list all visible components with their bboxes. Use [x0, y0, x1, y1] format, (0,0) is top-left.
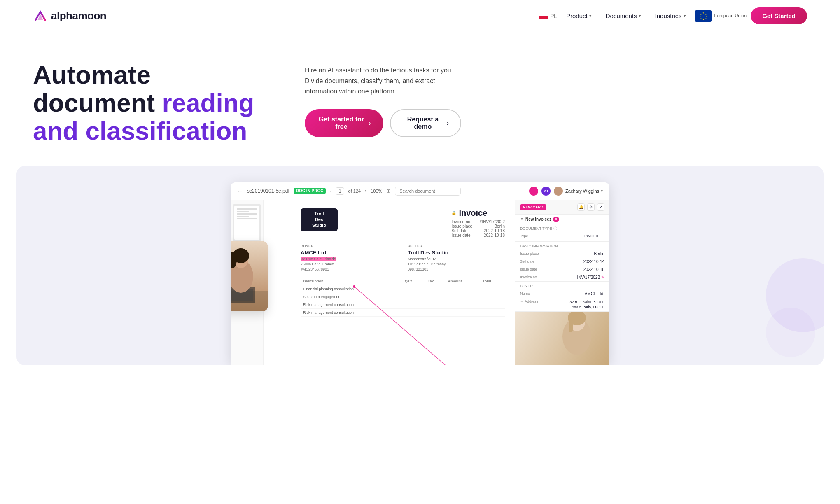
extraction-panel-header: NEW CARD 🔔 ⚙ ⤢	[515, 200, 609, 215]
current-user: Zachary Wiggins	[565, 189, 599, 194]
nav-industries[interactable]: Industries ▾	[650, 9, 691, 23]
section-title: New Invoices	[525, 217, 551, 222]
document-content: TrollDesStudio 🔒 Invoice Invoice no.#INV…	[264, 200, 515, 365]
edit-icon[interactable]: ✎	[601, 275, 604, 280]
navbar: alphamoon PL Product ▾ Documents ▾ Indus…	[0, 0, 840, 32]
issue-date-row: Issue date 2022-10-18	[515, 266, 609, 273]
svg-rect-24	[569, 320, 573, 332]
chevron-down-icon: ▾	[639, 13, 641, 19]
logo-link[interactable]: alphamoon	[33, 9, 106, 23]
nav-product[interactable]: Product ▾	[561, 9, 597, 23]
buyer-name: AMCE Ltd.	[301, 250, 398, 256]
document-type-section: DOCUMENT TYPE ⓘ Type INVOICE	[515, 224, 609, 242]
doc-type-row: Type INVOICE	[520, 232, 604, 240]
hero-left: Automate document reading and classifica…	[33, 61, 280, 145]
app-screenshot-section: ← sc20190101-5e.pdf DOC IN PROC ‹ 1 of 1…	[16, 166, 824, 365]
col-description: Description	[301, 278, 402, 285]
invoice-meta: Invoice no.#INV/17/2022 Issue placeBerli…	[451, 219, 505, 238]
eu-badge: ★ ★ ★ ★ ★ ★ ★ ★ European Union	[695, 10, 747, 22]
buyer-label: Buyer	[301, 244, 398, 248]
person-photo-left	[231, 241, 268, 311]
thumbnail-1[interactable]	[233, 204, 261, 241]
col-qty: QTY	[402, 278, 425, 285]
logo-text: alphamoon	[51, 9, 106, 22]
user-menu-icon[interactable]: ▾	[601, 189, 603, 193]
company-logo: TrollDesStudio	[301, 208, 338, 231]
panel-icons: 🔔 ⚙ ⤢	[577, 203, 604, 211]
flag-icon	[539, 13, 548, 19]
hero-title: Automate document reading and classifica…	[33, 61, 280, 145]
seller-name: Troll Des Studio	[408, 250, 505, 256]
table-row: Financial planning consultation	[301, 285, 505, 293]
address-highlighted: 32 Rue Saint-Placide	[301, 257, 336, 261]
table-row: Risk management consultation	[301, 309, 505, 317]
get-started-free-button[interactable]: Get started for free ›	[305, 109, 383, 137]
arrow-icon: ›	[447, 120, 449, 126]
logo-icon	[33, 9, 48, 23]
user-avatars: MT Zachary Wiggins ▾	[528, 186, 603, 196]
settings-icon[interactable]: ⚙	[587, 203, 595, 211]
zoom-level: 100%	[371, 189, 382, 194]
sell-date-row: Sell date 2022-10-14	[515, 258, 609, 266]
avatar-3	[553, 186, 564, 196]
person-photo-right	[515, 312, 609, 365]
doc-status-badge: DOC IN PROC	[294, 188, 326, 194]
doc-type-label: DOCUMENT TYPE ⓘ	[520, 226, 604, 231]
hero-section: Automate document reading and classifica…	[0, 32, 840, 166]
person-photo-right-container	[515, 312, 609, 365]
page-separator: of 124	[348, 189, 361, 194]
nav-documents[interactable]: Documents ▾	[601, 9, 646, 23]
nav-lang-selector[interactable]: PL	[539, 13, 557, 19]
col-tax: Tax	[425, 278, 446, 285]
buyer-section-label: BUYER	[515, 282, 609, 289]
expand-icon[interactable]: ⤢	[597, 203, 604, 211]
buyer-section: BUYER Name AMCE Ltd. → Address 32 Rue Sa…	[515, 282, 609, 312]
app-window: ← sc20190101-5e.pdf DOC IN PROC ‹ 1 of 1…	[231, 182, 609, 365]
chevron-down-icon: ▾	[684, 13, 686, 19]
invoice-parties: Buyer AMCE Ltd. 32 Rue Saint-Placide 750…	[301, 244, 505, 272]
nav-next-button[interactable]: ›	[365, 188, 366, 194]
info-icon: ⓘ	[553, 226, 557, 231]
document-area: TrollDesStudio 🔒 Invoice Invoice no.#INV…	[231, 200, 609, 365]
company-logo-text: TrollDesStudio	[312, 211, 326, 229]
back-button[interactable]: ←	[237, 188, 243, 194]
page-number-input[interactable]: 1	[336, 187, 344, 195]
app-toolbar: ← sc20190101-5e.pdf DOC IN PROC ‹ 1 of 1…	[231, 182, 609, 200]
avatar-1	[528, 186, 539, 196]
invoice-line-items: Description QTY Tax Amount Total Financi…	[301, 278, 505, 317]
svg-rect-20	[515, 312, 609, 365]
nav-prev-button[interactable]: ‹	[330, 188, 331, 194]
collapse-icon: ▼	[520, 217, 524, 221]
arrow-icon: ›	[369, 120, 371, 126]
col-total: Total	[480, 278, 505, 285]
seller-party: Seller Troll Des Studio Möhrenstraße 37 …	[408, 244, 505, 272]
seller-label: Seller	[408, 244, 505, 248]
eu-flag-icon: ★ ★ ★ ★ ★ ★ ★ ★	[695, 10, 712, 22]
chevron-down-icon: ▾	[589, 13, 592, 19]
hero-description: Hire an AI assistant to do the tedious t…	[305, 65, 461, 97]
lang-label: PL	[550, 13, 557, 19]
document-search-input[interactable]	[395, 187, 461, 196]
invoice-title: Invoice	[459, 208, 487, 218]
hero-buttons: Get started for free › Request a demo ›	[305, 109, 461, 137]
decorative-circles	[766, 242, 824, 365]
doc-type-field: DOCUMENT TYPE ⓘ Type INVOICE	[515, 224, 609, 241]
avatar-2: MT	[541, 186, 551, 196]
new-invoices-section: ▼ New Invoices 8	[515, 215, 609, 224]
invoice-title-area: 🔒 Invoice Invoice no.#INV/17/2022 Issue …	[451, 208, 505, 238]
nav-links: PL Product ▾ Documents ▾ Industries ▾ ★ …	[539, 7, 807, 24]
request-demo-button[interactable]: Request a demo ›	[390, 109, 461, 137]
eu-label: European Union	[714, 13, 747, 19]
notification-icon[interactable]: 🔔	[577, 203, 585, 211]
invoice-header: TrollDesStudio 🔒 Invoice Invoice no.#INV…	[301, 208, 505, 238]
invoice-no-row: Invoice no. INV/17/2022 ✎	[515, 273, 609, 281]
section-header[interactable]: ▼ New Invoices 8	[515, 215, 609, 224]
pdf-filename: sc20190101-5e.pdf	[247, 188, 289, 194]
invoice-count-badge: 8	[553, 217, 559, 222]
table-row: Amazoom engagement	[301, 293, 505, 301]
buyer-party: Buyer AMCE Ltd. 32 Rue Saint-Placide 750…	[301, 244, 398, 272]
nav-get-started-button[interactable]: Get Started	[751, 7, 807, 24]
zoom-in-icon[interactable]: ⊕	[386, 188, 391, 194]
col-amount: Amount	[446, 278, 480, 285]
new-badge: NEW CARD	[520, 204, 546, 210]
